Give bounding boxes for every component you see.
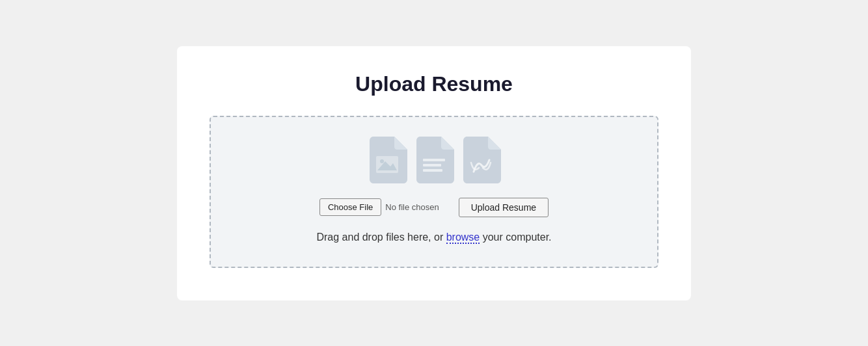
upload-card: Upload Resume: [177, 46, 691, 300]
text-file-icon: [414, 137, 454, 183]
image-file-icon: [367, 137, 407, 183]
svg-rect-3: [423, 159, 445, 161]
upload-resume-button[interactable]: Upload Resume: [459, 198, 549, 217]
drag-text-after: your computer.: [480, 232, 551, 243]
svg-rect-4: [423, 164, 441, 166]
dropzone[interactable]: Choose File No file chosen Upload Resume…: [210, 116, 658, 268]
svg-point-2: [380, 159, 384, 163]
svg-rect-5: [423, 169, 442, 172]
file-icons-row: [367, 137, 501, 183]
no-file-label: No file chosen: [385, 202, 439, 212]
pdf-file-icon: [461, 137, 501, 183]
choose-file-button[interactable]: Choose File: [319, 198, 381, 216]
upload-row: Choose File No file chosen Upload Resume: [319, 198, 549, 217]
page-title: Upload Resume: [355, 72, 513, 96]
drag-drop-text: Drag and drop files here, or browse your…: [316, 232, 551, 243]
drag-text-before: Drag and drop files here, or: [316, 232, 446, 243]
browse-link[interactable]: browse: [446, 232, 480, 244]
